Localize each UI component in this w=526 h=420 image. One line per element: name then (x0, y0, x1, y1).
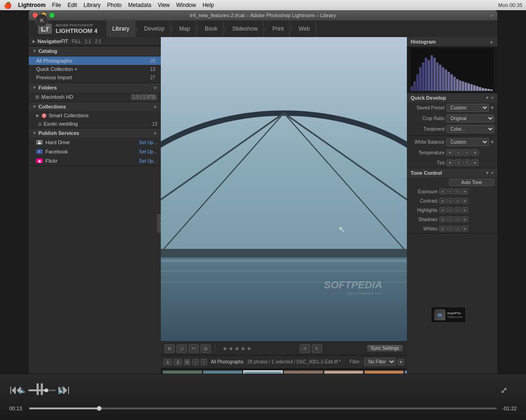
hl-dbl-dec-btn[interactable]: « (439, 207, 446, 213)
close-overlay-button[interactable]: ✕ (35, 14, 48, 27)
exp-inc-btn[interactable]: › (454, 189, 461, 194)
folder-item-hd[interactable]: 🖥 Macintosh HD 1.5 / 1.8TB (29, 92, 161, 102)
tab-library[interactable]: Library (107, 20, 135, 37)
smart-collections-item[interactable]: ▶ 🎯 Smart Collections (29, 111, 161, 120)
hl-dec-btn[interactable]: ‹ (447, 207, 453, 213)
tab-map[interactable]: Map (174, 20, 196, 37)
page-1-btn[interactable]: 1 (164, 359, 172, 365)
zoom-fit[interactable]: FIT (61, 39, 68, 44)
menu-window[interactable]: Window (176, 2, 196, 8)
hard-drive-setup[interactable]: Set Up... (139, 140, 157, 145)
hl-inc-btn[interactable]: › (454, 207, 461, 213)
treatment-select[interactable]: Color... (446, 125, 494, 133)
publish-flickr[interactable]: ◉ Flickr Set Up... (29, 156, 161, 165)
crop-ratio-select[interactable]: Original (446, 115, 494, 122)
publish-hard-drive[interactable]: 💾 Hard Drive Set Up... (29, 138, 161, 147)
grid-switch-btn[interactable]: ⊞ (184, 359, 190, 365)
sh-dec-btn[interactable]: ‹ (447, 216, 453, 222)
collection-exotic-wedding[interactable]: ⊞ Exotic wedding 13 (29, 120, 161, 128)
catalog-item-previous[interactable]: Previous Import 27 (29, 73, 161, 82)
maximize-button[interactable] (49, 13, 55, 18)
facebook-setup[interactable]: Set Up... (139, 149, 157, 154)
flickr-setup[interactable]: Set Up... (139, 159, 157, 164)
rotate-right-btn[interactable]: ↻ (312, 344, 322, 353)
publish-services-add-icon[interactable]: + (153, 129, 157, 137)
hl-dbl-inc-btn[interactable]: » (462, 207, 468, 213)
wh-dbl-inc-btn[interactable]: » (462, 226, 468, 231)
tint-dec-btn[interactable]: ‹ (455, 159, 462, 166)
filter-options-btn[interactable]: ▼ (398, 359, 404, 365)
collections-header[interactable]: ▼ Collections + (29, 102, 161, 111)
tone-control-header[interactable]: Tone Control ▼ ▾ (407, 168, 497, 178)
next-btn[interactable]: › (201, 359, 207, 365)
media-progress-track[interactable] (29, 407, 497, 409)
page-2-btn[interactable]: 2 (174, 359, 182, 365)
photo-view[interactable]: ↖ SOFTPEDIA www.softpedia.com (161, 37, 407, 341)
menu-photo[interactable]: Photo (107, 2, 121, 8)
rotate-left-btn[interactable]: ↺ (300, 344, 310, 353)
star-5[interactable]: ★ (247, 345, 252, 352)
temp-dbl-dec-btn[interactable]: « (446, 149, 454, 156)
wh-dbl-dec-btn[interactable]: « (439, 226, 446, 231)
folders-add-icon[interactable]: + (153, 84, 157, 91)
volume-track[interactable] (28, 389, 56, 391)
auto-tone-btn[interactable]: Auto Tone (449, 179, 495, 186)
menu-file[interactable]: File (52, 2, 61, 8)
navigator-header[interactable]: ▶ Navigator FIT FILL 1:1 2:1 (29, 37, 161, 46)
tab-web[interactable]: Web (293, 20, 316, 37)
tab-slideshow[interactable]: Slideshow (227, 20, 264, 37)
exp-dbl-dec-btn[interactable]: « (439, 189, 446, 194)
media-progress-thumb[interactable] (97, 406, 101, 411)
star-3[interactable]: ★ (234, 345, 240, 352)
grid-view-btn[interactable]: ⊞ (165, 344, 175, 353)
white-balance-select[interactable]: Custom (446, 138, 489, 146)
survey-view-btn[interactable]: ⊟ (201, 344, 211, 353)
menu-library[interactable]: Library (83, 2, 101, 8)
publish-services-header[interactable]: ▼ Publish Services + (29, 128, 161, 138)
volume-icon[interactable]: 🔈 (19, 387, 26, 394)
menu-metadata[interactable]: Metadata (128, 2, 151, 8)
apple-menu[interactable]: 🍎 (4, 1, 12, 9)
sh-dbl-dec-btn[interactable]: « (439, 216, 446, 222)
sh-dbl-inc-btn[interactable]: » (462, 216, 468, 222)
star-2[interactable]: ★ (228, 345, 234, 352)
tab-book[interactable]: Book (199, 20, 223, 37)
star-1[interactable]: ★ (222, 345, 228, 352)
tint-dbl-dec-btn[interactable]: « (446, 159, 454, 166)
left-panel-collapse[interactable]: ‹ (157, 214, 161, 233)
catalog-item-quick[interactable]: Quick Collection + 13 (29, 65, 161, 73)
tab-develop[interactable]: Develop (139, 20, 171, 37)
quick-develop-header[interactable]: Quick Develop ▼ ▾ (407, 93, 497, 102)
loupe-view-btn[interactable]: ◻ (177, 344, 187, 353)
temp-inc-btn[interactable]: › (463, 149, 470, 156)
tint-dbl-inc-btn[interactable]: » (471, 159, 479, 166)
menu-edit[interactable]: Edit (68, 2, 77, 8)
con-dbl-inc-btn[interactable]: » (462, 198, 468, 204)
tab-print[interactable]: Print (267, 20, 290, 37)
catalog-header[interactable]: ▼ Catalog (29, 46, 161, 56)
con-dec-btn[interactable]: ‹ (447, 198, 453, 204)
con-dbl-dec-btn[interactable]: « (439, 198, 446, 204)
zoom-1to1[interactable]: 1:1 (85, 39, 91, 44)
zoom-2to1[interactable]: 2:1 (95, 39, 101, 44)
collections-add-icon[interactable]: + (153, 103, 157, 110)
menu-lightroom[interactable]: Lightroom (18, 2, 45, 8)
volume-thumb[interactable] (44, 388, 48, 392)
filter-select[interactable]: No Filter (364, 358, 396, 366)
wh-dec-btn[interactable]: ‹ (447, 226, 453, 231)
exp-dec-btn[interactable]: ‹ (447, 189, 453, 194)
exp-dbl-inc-btn[interactable]: » (462, 189, 468, 194)
temp-dbl-inc-btn[interactable]: » (471, 149, 479, 156)
expand-icon[interactable]: ⤢ (490, 13, 494, 18)
fullscreen-btn[interactable]: ⤢ (501, 385, 507, 395)
sync-settings-btn[interactable]: Sync Settings (367, 344, 403, 352)
star-4[interactable]: ★ (241, 345, 246, 352)
histogram-header[interactable]: Histogram ▲ (407, 37, 497, 46)
menu-help[interactable]: Help (203, 2, 214, 8)
menu-view[interactable]: View (158, 2, 170, 8)
saved-preset-select[interactable]: Custom (446, 104, 489, 112)
compare-view-btn[interactable]: XY (189, 344, 199, 353)
con-inc-btn[interactable]: › (454, 198, 461, 204)
wh-inc-btn[interactable]: › (454, 226, 461, 231)
zoom-fill[interactable]: FILL (72, 39, 81, 44)
